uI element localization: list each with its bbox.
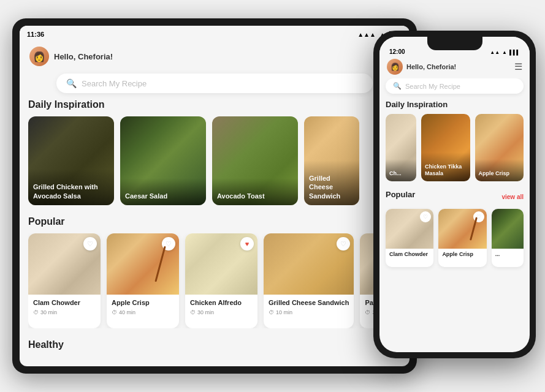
card-time: ⏱ 40 min [112,309,174,315]
phone-heart-icon[interactable]: ♡ [420,211,431,222]
tablet-signal-icon: ▲▲▲ [357,31,376,38]
recipe-card-caesar-salad[interactable]: Caesar Salad [120,116,206,205]
clam-chowder-image: ♡ [28,233,101,295]
phone-content: 🔍 Search My Recipe Daily Inspiration Ch.… [379,78,530,352]
phone-card-chicken-tikka[interactable]: Chicken Tikka Masala [421,114,470,181]
phone-daily-row: Ch... Chicken Tikka Masala Apple Crisp [386,114,524,181]
tablet-greeting: Hello, Cheforia! [54,52,113,61]
time-value: 30 min [197,309,214,315]
time-value: 10 min [276,309,292,315]
phone-battery-icon: ▌▌▌ [509,50,520,55]
popular-card-clam-chowder[interactable]: ♡ Clam Chowder ⏱ 30 min [28,233,101,328]
card-title: Clam Chowder [33,298,96,307]
recipe-label: Grilled Chicken with Avocado Salsa [28,169,114,205]
card-time: ⏱ 30 min [33,309,96,315]
phone-user-info: 👩 Hello, Cheforia! [387,59,456,75]
phone-popular-card-apple[interactable]: ♡ Apple Crisp [438,209,486,267]
clock-icon: ⏱ [269,309,274,315]
recipe-label: Avocado Toast [212,178,298,205]
phone-card-info: Clam Chowder [386,249,433,260]
tablet-header: 👩 Hello, Cheforia! ☰ [20,43,410,71]
tablet-user-info: 👩 Hello, Cheforia! [29,47,113,66]
clock-icon: ⏱ [33,309,39,315]
tablet-time: 11:36 [27,31,44,38]
recipe-card-grilled-cheese[interactable]: Grilled Cheese Sandwich [304,116,359,205]
clock-icon: ⏱ [365,309,370,315]
card-title: Apple Crisp [112,298,174,307]
phone-screen: 12:00 ▲▲ ▲ ▌▌▌ 👩 Hello, Cheforia! ☰ 🔍 Se… [379,37,530,352]
phone-card-label: Apple Crisp [475,159,524,181]
phone-search-bar[interactable]: 🔍 Search My Recipe [386,78,524,94]
phone-popular-row: ♡ Clam Chowder ♡ Apple Crisp ... [386,209,524,267]
avatar: 👩 [29,47,49,66]
phone-apple-image: ♡ [438,209,486,249]
daily-inspiration-title: Daily Inspiration [28,99,401,110]
phone-popular-card-clam[interactable]: ♡ Clam Chowder [386,209,433,267]
tablet-screen: 11:36 ▲▲▲ ▲ ▌▌▌ 👩 Hello, Cheforia! ☰ 🔍 S… [20,26,410,366]
popular-row: ♡ Clam Chowder ⏱ 30 min ♡ [28,233,401,328]
phone-card-partial-label: Ch... [386,159,416,181]
grilled-cheese-image: ♡ [264,233,354,295]
phone-partial-image [492,209,524,249]
phone-device: 12:00 ▲▲ ▲ ▌▌▌ 👩 Hello, Cheforia! ☰ 🔍 Se… [373,31,536,358]
phone-signal-icon: ▲▲ [490,50,500,55]
phone-popular-card-partial[interactable]: ... [492,209,524,267]
tablet-search-placeholder: Search My Recipe [82,79,147,88]
card-title: Chicken Alfredo [190,298,253,307]
phone-wifi-icon: ▲ [502,50,507,55]
popular-card-grilled-cheese[interactable]: ♡ Grilled Cheese Sandwich ⏱ 10 min [264,233,354,328]
phone-clam-image: ♡ [386,209,433,249]
card-time: ⏱ 30 min [190,309,253,315]
view-all-button[interactable]: view all [501,194,524,200]
recipe-card-avocado-toast[interactable]: Avocado Toast [212,116,298,205]
healthy-title: Healthy [28,339,401,350]
recipe-label: Caesar Salad [120,178,206,205]
tablet-device: 11:36 ▲▲▲ ▲ ▌▌▌ 👩 Hello, Cheforia! ☰ 🔍 S… [12,18,417,374]
popular-card-apple-crisp[interactable]: ♡ Apple Crisp ⏱ 40 min [107,233,179,328]
tablet-content: Daily Inspiration Grilled Chicken with A… [20,99,410,366]
clock-icon: ⏱ [190,309,196,315]
heart-icon[interactable]: ♡ [83,237,97,251]
phone-heart-icon[interactable]: ♡ [473,211,484,222]
tablet-status-bar: 11:36 ▲▲▲ ▲ ▌▌▌ [20,26,410,43]
phone-card-info: Apple Crisp [438,249,486,260]
card-title: Grilled Cheese Sandwich [269,298,349,307]
phone-daily-title: Daily Inspiration [386,100,524,109]
phone-time: 12:00 [389,48,405,55]
heart-icon[interactable]: ♡ [162,237,175,251]
clock-icon: ⏱ [112,309,117,315]
phone-card-partial-left[interactable]: Ch... [386,114,416,181]
phone-card-info-partial: ... [492,249,524,260]
chicken-alfredo-image: ♥ [185,233,257,295]
phone-avatar: 👩 [387,59,403,75]
phone-header: 👩 Hello, Cheforia! ☰ [379,56,530,78]
phone-greeting: Hello, Cheforia! [406,63,456,70]
healthy-content-placeholder [28,356,401,366]
apple-crisp-image: ♡ [107,233,179,295]
phone-card-label: Chicken Tikka Masala [421,153,470,181]
time-value: 40 min [119,309,135,315]
time-value: 30 min [40,309,57,315]
daily-inspiration-row: Grilled Chicken with Avocado Salsa Caesa… [28,116,401,205]
phone-card-apple-crisp[interactable]: Apple Crisp [475,114,524,181]
heart-icon-liked[interactable]: ♥ [240,237,254,251]
heart-icon[interactable]: ♡ [337,237,350,251]
phone-search-placeholder: Search My Recipe [405,83,460,90]
popular-title: Popular [28,216,401,227]
phone-popular-title: Popular [386,190,415,199]
phone-hamburger-icon[interactable]: ☰ [514,61,522,72]
phone-status-icons: ▲▲ ▲ ▌▌▌ [490,50,520,55]
tablet-search-bar[interactable]: 🔍 Search My Recipe [56,74,373,93]
phone-search-icon: 🔍 [393,82,402,90]
phone-popular-header: Popular view all [386,190,524,204]
card-info: Clam Chowder ⏱ 30 min [28,295,101,318]
recipe-card-grilled-chicken[interactable]: Grilled Chicken with Avocado Salsa [28,116,114,205]
card-time: ⏱ 10 min [269,309,349,315]
phone-notch [427,37,482,50]
recipe-label: Grilled Cheese Sandwich [304,160,359,205]
popular-card-chicken-alfredo[interactable]: ♥ Chicken Alfredo ⏱ 30 min [185,233,257,328]
card-info: Chicken Alfredo ⏱ 30 min [185,295,257,318]
card-info: Grilled Cheese Sandwich ⏱ 10 min [264,295,354,318]
card-info: Apple Crisp ⏱ 40 min [107,295,179,318]
search-icon: 🔍 [66,78,77,88]
